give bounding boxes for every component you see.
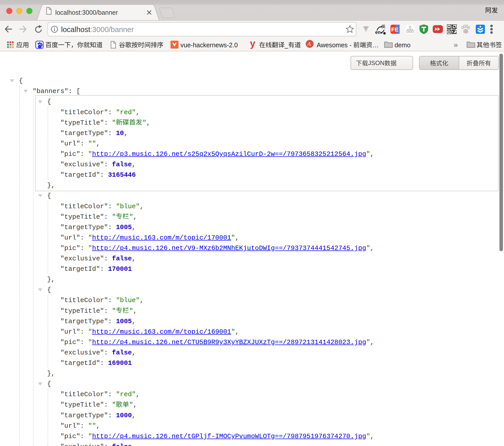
svg-text:en: en: [375, 30, 381, 35]
svg-text:FE: FE: [391, 26, 398, 33]
svg-text:A: A: [307, 41, 311, 47]
svg-text:y: y: [250, 39, 255, 49]
